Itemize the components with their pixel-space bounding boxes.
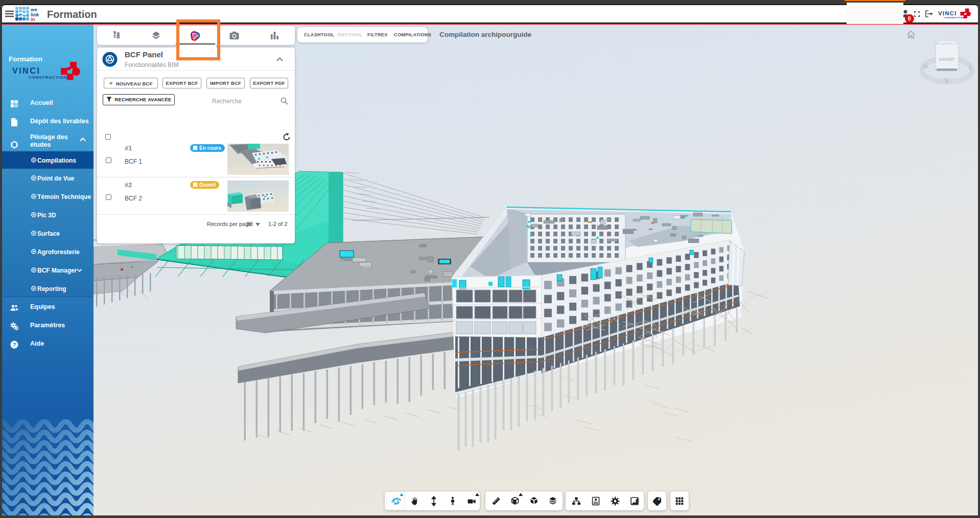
svg-text:AVANT: AVANT: [939, 56, 955, 62]
svg-text:S: S: [944, 77, 949, 84]
svg-text:W: W: [923, 63, 928, 70]
svg-text:E: E: [969, 64, 972, 71]
svg-text:?: ?: [13, 341, 16, 347]
